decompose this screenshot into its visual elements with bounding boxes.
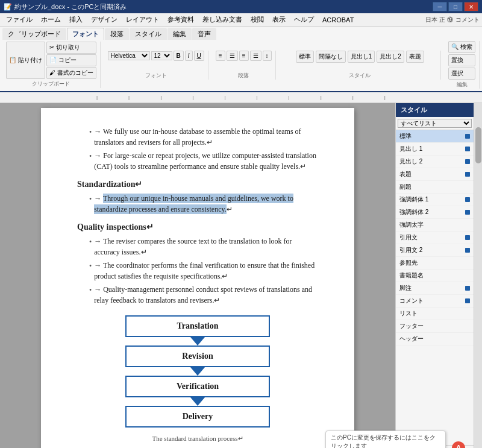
style-nosp-btn[interactable]: 間隔なし	[316, 51, 346, 63]
ruler-marks: ||||| |||||	[96, 95, 386, 100]
style-item-h2[interactable]: 見出し 2	[396, 156, 474, 168]
cut-button[interactable]: ✂ 切り取り	[46, 42, 96, 54]
align-left-button[interactable]: ≡	[216, 51, 225, 61]
paste-button[interactable]: 📋 貼り付け	[6, 42, 45, 79]
title-bar-left: 📝 約サンプル_docx - このPCと同期済み	[4, 2, 127, 11]
menu-layout[interactable]: レイアウト	[122, 14, 163, 25]
style-indicator-standard	[465, 134, 470, 139]
menu-file[interactable]: ファイル	[2, 14, 36, 25]
align-center-button[interactable]: ☰	[227, 51, 238, 61]
style-item-book[interactable]: 書籍題名	[396, 270, 474, 282]
ribbon-tab-font[interactable]: フォント	[67, 28, 104, 40]
italic-button[interactable]: I	[185, 51, 193, 61]
style-item-quote1[interactable]: 引用文	[396, 232, 474, 244]
std-arrow: •	[89, 194, 92, 215]
q-text-3: → Quality-management personnel conduct s…	[94, 284, 318, 306]
menu-design[interactable]: デザイン	[87, 14, 121, 25]
style-item-footnote[interactable]: 脚注	[396, 282, 474, 295]
menu-insert[interactable]: 挿入	[66, 14, 86, 25]
vertical-scrollbar[interactable]	[474, 103, 482, 448]
select-button[interactable]: 選択	[448, 68, 475, 80]
close-button[interactable]: ✕	[464, 2, 478, 11]
style-item-h1[interactable]: 見出し 1	[396, 143, 474, 156]
style-item-footer[interactable]: フッター	[396, 320, 474, 333]
std-text: → Through our unique in-house manuals an…	[94, 193, 318, 215]
restore-button[interactable]: □	[448, 2, 463, 11]
bold-button[interactable]: B	[174, 51, 184, 61]
q-text-1: → The reviser compares the source text t…	[94, 236, 318, 257]
menu-view[interactable]: 表示	[269, 14, 289, 25]
ribbon-tab-paragraph[interactable]: 段落	[105, 28, 129, 40]
quality-bullet-1: • → The reviser compares the source text…	[89, 236, 318, 257]
standardization-bullet: • → Through our unique in-house manuals …	[89, 193, 318, 215]
ribbon-tabs: ク゛リップボード フォント 段落 スタイル 編集 音声	[2, 28, 480, 40]
menu-review[interactable]: 校閲	[247, 14, 268, 25]
verification-box: Verification	[125, 376, 270, 397]
standardization-heading: Standardization↵	[77, 179, 318, 189]
style-item-title[interactable]: 表題	[396, 168, 474, 181]
ribbon-tab-styles[interactable]: スタイル	[130, 28, 167, 40]
find-button[interactable]: 🔍 検索	[448, 41, 475, 53]
title-bar-controls[interactable]: ─ □ ✕	[433, 2, 478, 11]
menu-home[interactable]: ホーム	[37, 14, 64, 25]
style-item-ref[interactable]: 参照先	[396, 257, 474, 270]
menu-acrobat[interactable]: ACROBAT	[319, 15, 357, 25]
doc-page: • → We fully use our in-house database t…	[41, 108, 354, 448]
font-group: Helvetica 10 11 12 B I U フォント	[104, 51, 208, 80]
notification-text: このPCに変更を保存するにはここをクリックします	[331, 434, 436, 448]
style-item-list[interactable]: リスト	[396, 308, 474, 320]
style-item-quote2[interactable]: 引用文 2	[396, 244, 474, 257]
underline-button[interactable]: U	[194, 51, 204, 61]
style-indicator-title	[465, 172, 470, 177]
style-h2-btn[interactable]: 見出し2	[377, 51, 404, 63]
highlighted-std: Through our unique in-house manuals and …	[94, 194, 293, 214]
style-normal-btn[interactable]: 標準	[296, 51, 314, 63]
ribbon-tab-voice[interactable]: 音声	[192, 28, 216, 40]
font-label: フォント	[145, 72, 167, 80]
justify-button[interactable]: ☰	[250, 51, 261, 61]
font-family-select[interactable]: Helvetica	[108, 51, 150, 60]
bullet-2: • → For large-scale or repeat projects, …	[89, 150, 318, 172]
style-item-emphasis1[interactable]: 強調斜体 1	[396, 194, 474, 206]
si-fn	[465, 286, 470, 291]
format-painter-button[interactable]: 🖌 書式のコピー	[46, 67, 96, 79]
menu-help[interactable]: ヘルプ	[290, 14, 318, 25]
style-name-bold: 強調太字	[399, 221, 424, 229]
style-name-em1: 強調斜体 1	[399, 195, 428, 204]
align-right-button[interactable]: ≡	[239, 51, 249, 61]
ribbon-tab-editing[interactable]: 編集	[167, 28, 192, 40]
styles-filter-select[interactable]: すべてリスト	[398, 119, 472, 128]
share-info: 日本 正 ⑲	[425, 16, 453, 24]
style-item-standard[interactable]: 標準	[396, 130, 474, 143]
style-item-subtitle[interactable]: 副題	[396, 181, 474, 194]
delivery-label: Delivery	[183, 412, 213, 421]
style-name-fn: 脚注	[399, 284, 412, 292]
style-item-bold[interactable]: 強調太字	[396, 219, 474, 232]
title-text: 約サンプル_docx - このPCと同期済み	[14, 2, 127, 11]
quality-bullet-3: • → Quality-management personnel conduct…	[89, 284, 318, 306]
style-item-header[interactable]: ヘッダー	[396, 333, 474, 345]
line-spacing-button[interactable]: ↕	[263, 51, 272, 61]
style-h1-btn[interactable]: 見出し1	[348, 51, 375, 63]
menu-references[interactable]: 参考資料	[164, 14, 198, 25]
bullet-arrow-1: •	[89, 127, 92, 148]
menu-mailings[interactable]: 差し込み文書	[199, 14, 246, 25]
copy-button[interactable]: 📄 コピー	[46, 54, 96, 66]
si-q2	[465, 248, 470, 253]
style-item-emphasis2[interactable]: 強調斜体 2	[396, 206, 474, 219]
minimize-button[interactable]: ─	[433, 2, 447, 11]
style-name-header: ヘッダー	[399, 335, 424, 343]
style-item-comment[interactable]: コメント	[396, 295, 474, 308]
bullet-1: • → We fully use our in-house database t…	[89, 126, 318, 148]
styles-search: すべてリスト	[396, 117, 474, 130]
main-area: • → We fully use our in-house database t…	[0, 103, 482, 448]
scrollbar-thumb[interactable]	[475, 127, 481, 163]
comments-btn[interactable]: コメント	[455, 16, 480, 24]
revision-box: Revision	[125, 345, 270, 367]
ribbon-tab-clipboard[interactable]: ク゛リップボード	[2, 28, 66, 40]
font-size-select[interactable]: 10 11 12	[151, 51, 172, 60]
style-name-q2: 引用文 2	[399, 246, 422, 254]
replace-button[interactable]: 置換	[448, 54, 475, 66]
style-title-btn[interactable]: 表題	[406, 51, 424, 63]
translation-label: Translation	[177, 321, 219, 330]
